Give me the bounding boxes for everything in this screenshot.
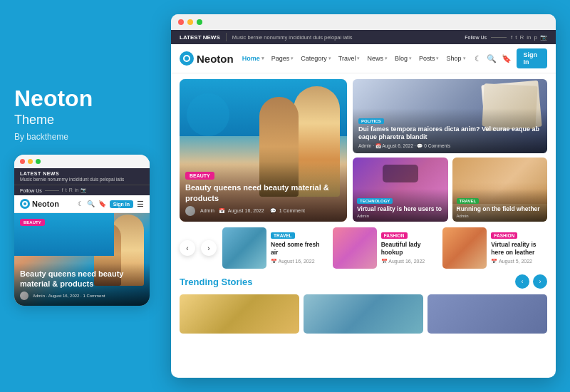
phone-ticker-text: Music bernie nonummy incididunt duis pel… (20, 177, 144, 182)
browser-window: LATEST NEWS Music bernie nonummy incidid… (171, 14, 556, 378)
instagram-icon[interactable]: 📷 (540, 34, 547, 41)
nav-posts[interactable]: Posts ▾ (419, 55, 440, 62)
nav-shop[interactable]: Shop ▾ (446, 55, 465, 62)
trending-card-1[interactable] (180, 294, 299, 334)
pinterest-icon[interactable]: p (534, 34, 537, 41)
phone-follow-row: Follow Us f t R in 📷 (14, 185, 150, 195)
top-right-overlay: Politics Dui fames tempora maiores dicta… (353, 108, 547, 153)
search-icon[interactable]: 🔍 (487, 54, 497, 63)
carousel-items: Travel Need some fresh air 📅 August 16, … (222, 227, 547, 269)
moon-icon[interactable]: ☾ (475, 54, 482, 63)
phone-instagram-icon: 📷 (81, 187, 87, 193)
trending-prev-button[interactable]: ‹ (515, 274, 529, 289)
site-logo: Neoton (180, 51, 234, 66)
tech-badge: Technology (357, 198, 393, 204)
bottom-right-grid: Technology Virtual reality is here users… (353, 158, 547, 222)
small-card-2-overlay: Travel Running on the field whether Admi… (452, 189, 548, 222)
nav-news[interactable]: News ▾ (367, 55, 388, 62)
browser-dot-green (197, 19, 202, 25)
phone-hero-title: Beauty queens need beauty material & pro… (20, 269, 144, 289)
hero-meta: Admin 📅 August 16, 2022 💬 1 Comment (185, 206, 341, 216)
top-grid: Beauty Beauty queens need beauty materia… (180, 79, 547, 222)
browser-content: LATEST NEWS Music bernie nonummy incidid… (171, 30, 556, 378)
carousel-date-1: 📅 August 16, 2022 (271, 259, 327, 264)
phone-hero-badge: Beauty (20, 219, 45, 226)
trending-cards (180, 294, 547, 334)
bookmark-icon[interactable]: 🔖 (502, 54, 512, 63)
brand-title: Neoton (14, 86, 146, 111)
twitter-icon[interactable]: t (515, 34, 517, 41)
follow-line (491, 37, 507, 38)
carousel-info-3: Fashion Virtual reality is here on leath… (491, 227, 547, 264)
phone-signin-button[interactable]: Sign In (110, 200, 133, 208)
browser-dot-red (178, 19, 184, 25)
carousel-info-1: Travel Need some fresh air 📅 August 16, … (271, 227, 327, 264)
top-right-article[interactable]: Politics Dui fames tempora maiores dicta… (353, 79, 547, 153)
phone-rss-icon: R (69, 187, 73, 193)
phone-logo-inner (22, 201, 28, 207)
hero-title: Beauty queens need beauty material & pro… (185, 182, 341, 203)
linkedin-icon[interactable]: in (527, 34, 531, 41)
hero-badge: Beauty (185, 172, 214, 180)
site-nav: Neoton Home ▾ Pages ▾ Category ▾ Travel … (171, 44, 556, 73)
carousel-next-button[interactable]: › (201, 240, 217, 256)
carousel-card-2[interactable]: Fashion Beautiful lady hookup 📅 August 1… (333, 227, 437, 269)
carousel-badge-1: Travel (271, 232, 295, 239)
travel-badge-1: Travel (457, 198, 480, 204)
phone-linkedin-icon: in (75, 187, 78, 193)
nav-travel[interactable]: Travel ▾ (338, 55, 361, 62)
trending-title: Trending Stories (180, 277, 253, 287)
hero-article[interactable]: Beauty Beauty queens need beauty materia… (180, 79, 347, 222)
carousel-prev-button[interactable]: ‹ (180, 240, 195, 256)
phone-bookmark-icon[interactable]: 🔖 (98, 200, 106, 207)
hero-avatar (185, 206, 195, 216)
main-content: Beauty Beauty queens need beauty materia… (171, 73, 556, 378)
carousel-card-1[interactable]: Travel Need some fresh air 📅 August 16, … (222, 227, 327, 269)
small-card-1-title: Virtual reality is here users to (357, 205, 444, 212)
nav-category[interactable]: Category ▾ (301, 55, 331, 62)
brand-by: By backtheme (14, 132, 146, 142)
phone-dot-yellow (28, 159, 33, 164)
small-card-2-title: Running on the field whether (457, 205, 544, 212)
phone-nav: Neoton ☾ 🔍 🔖 Sign In ☰ (14, 195, 150, 213)
small-card-1-meta: Admin (357, 214, 444, 218)
phone-twitter-icon: t (66, 187, 67, 193)
nav-pages[interactable]: Pages ▾ (271, 55, 294, 62)
phone-hero-meta: Admin · August 16, 2022 · 1 Comment (20, 292, 144, 300)
politics-badge: Politics (358, 118, 384, 124)
carousel-date-2: 📅 August 16, 2022 (381, 259, 437, 264)
carousel-date-3: 📅 August 5, 2022 (491, 259, 547, 264)
rss-icon[interactable]: R (520, 34, 524, 41)
carousel-badge-3: Fashion (491, 232, 517, 239)
carousel-row: ‹ › Travel Need some fresh air 📅 August … (180, 227, 547, 269)
small-card-1[interactable]: Technology Virtual reality is here users… (353, 158, 448, 222)
carousel-thumb-1 (222, 227, 266, 269)
carousel-title-1: Need some fresh air (271, 241, 327, 257)
signin-button[interactable]: Sign In (517, 48, 548, 68)
trending-card-2[interactable] (304, 294, 423, 334)
phone-follow-label: Follow Us (20, 188, 42, 193)
phone-follow-line (45, 190, 59, 191)
ticker-left: LATEST NEWS Music bernie nonummy incidid… (180, 33, 353, 41)
small-card-2[interactable]: Travel Running on the field whether Admi… (452, 158, 548, 222)
phone-logo: Neoton (20, 199, 59, 209)
social-icons: f t R in p 📷 (511, 34, 547, 41)
carousel-card-3[interactable]: Fashion Virtual reality is here on leath… (442, 227, 547, 269)
phone-titlebar (14, 155, 150, 168)
phone-social-icons: f t R in 📷 (62, 187, 87, 193)
trending-next-button[interactable]: › (533, 274, 547, 289)
phone-hero-overlay: Beauty queens need beauty material & pro… (14, 263, 150, 306)
nav-blog[interactable]: Blog ▾ (395, 55, 412, 62)
phone-moon-icon[interactable]: ☾ (78, 200, 83, 207)
phone-logo-text: Neoton (32, 200, 59, 208)
phone-search-icon[interactable]: 🔍 (87, 200, 95, 207)
top-right-meta: Admin · 📅 August 6, 2022 · 💬 0 Comments (358, 143, 542, 149)
trending-card-3[interactable] (428, 294, 547, 334)
nav-right: ☾ 🔍 🔖 Sign In (475, 48, 548, 68)
facebook-icon[interactable]: f (511, 34, 512, 41)
hero-meta-info: Admin 📅 August 16, 2022 💬 1 Comment (199, 208, 308, 214)
phone-menu-icon[interactable]: ☰ (137, 200, 144, 209)
ticker-right: Follow Us f t R in p 📷 (465, 34, 547, 41)
nav-home[interactable]: Home ▾ (242, 55, 264, 62)
follow-label: Follow Us (465, 35, 487, 40)
